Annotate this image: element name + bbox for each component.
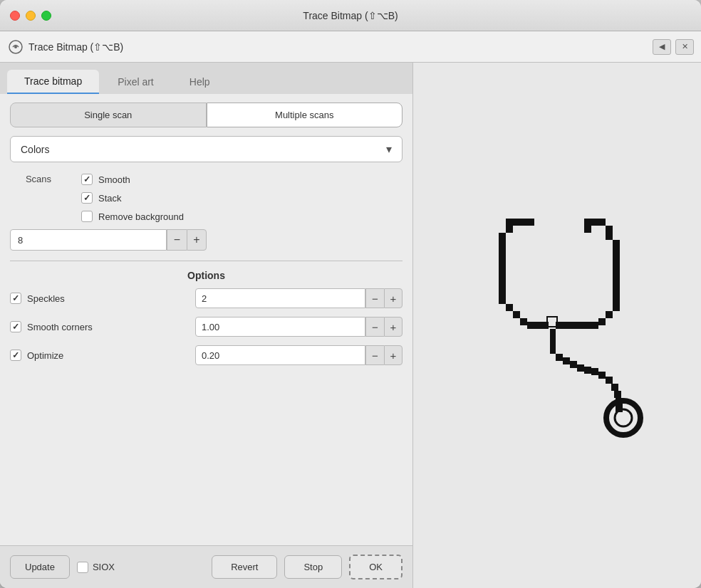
- options-header: Options: [0, 266, 412, 284]
- tab-pixel-art[interactable]: Pixel art: [100, 70, 171, 94]
- remove-bg-label: Remove background: [98, 211, 184, 222]
- svg-point-64: [615, 409, 632, 426]
- multiple-scans-button[interactable]: Multiple scans: [207, 103, 403, 127]
- nav-close-button[interactable]: ✕: [675, 39, 694, 55]
- svg-rect-33: [613, 268, 620, 275]
- svg-rect-17: [499, 275, 506, 283]
- stack-checkbox[interactable]: [81, 192, 93, 204]
- smooth-corners-increment-button[interactable]: +: [384, 317, 403, 337]
- left-panel: Trace bitmap Pixel art Help Single scan …: [0, 63, 413, 588]
- svg-rect-37: [613, 297, 620, 304]
- scans-decrement-button[interactable]: −: [167, 229, 187, 251]
- right-panel: [413, 63, 701, 588]
- svg-point-1: [14, 46, 17, 48]
- traffic-lights: [10, 11, 51, 21]
- minus-icon: −: [174, 233, 180, 246]
- divider: [10, 261, 403, 261]
- tab-trace-bitmap[interactable]: Trace bitmap: [7, 70, 99, 94]
- revert-button[interactable]: Revert: [212, 555, 277, 579]
- optimize-minus-icon: −: [372, 350, 378, 362]
- stack-label: Stack: [98, 193, 122, 204]
- remove-bg-checkbox[interactable]: [81, 211, 93, 222]
- single-scan-button[interactable]: Single scan: [10, 103, 207, 127]
- optimize-decrement-button[interactable]: −: [365, 345, 384, 365]
- bottom-bar: Update SIOX Revert Stop OK: [0, 545, 412, 588]
- smooth-corners-decrement-button[interactable]: −: [365, 317, 384, 337]
- svg-rect-30: [613, 247, 620, 254]
- speckles-label: Speckles: [27, 293, 65, 304]
- optimize-label: Optimize: [27, 350, 63, 361]
- speckles-checkbox[interactable]: [10, 293, 21, 304]
- optimize-stepper: 0.20 − +: [195, 345, 403, 365]
- plus-icon: +: [193, 233, 199, 246]
- svg-rect-23: [520, 318, 527, 325]
- svg-rect-59: [611, 384, 618, 391]
- stack-checkbox-row: Stack: [81, 192, 184, 204]
- svg-rect-18: [499, 283, 506, 290]
- svg-rect-55: [584, 367, 591, 374]
- ok-button[interactable]: OK: [349, 555, 403, 579]
- svg-rect-20: [499, 297, 506, 304]
- svg-rect-39: [606, 311, 613, 318]
- scans-value-display: 8: [10, 229, 167, 251]
- siox-label: SIOX: [93, 562, 115, 572]
- speckles-increment-button[interactable]: +: [384, 288, 403, 308]
- svg-rect-6: [584, 226, 591, 233]
- svg-rect-32: [613, 261, 620, 268]
- svg-rect-5: [527, 219, 534, 226]
- speckles-decrement-button[interactable]: −: [365, 288, 384, 308]
- svg-rect-16: [499, 268, 506, 275]
- minimize-button[interactable]: [26, 11, 36, 21]
- svg-rect-4: [520, 219, 527, 226]
- update-button[interactable]: Update: [10, 555, 70, 579]
- svg-rect-11: [499, 233, 506, 240]
- svg-rect-42: [584, 322, 591, 329]
- svg-rect-24: [527, 322, 534, 329]
- optimize-value-display: 0.20: [195, 345, 365, 365]
- smooth-corners-plus-icon: +: [390, 321, 397, 333]
- svg-rect-15: [499, 261, 506, 268]
- smooth-checkbox[interactable]: [81, 174, 93, 185]
- svg-rect-51: [556, 354, 563, 361]
- svg-rect-36: [613, 290, 620, 297]
- speckles-row: Speckles 2 − +: [0, 284, 412, 313]
- svg-rect-29: [613, 240, 620, 247]
- svg-rect-52: [563, 357, 570, 364]
- svg-rect-60: [614, 391, 621, 398]
- scans-label: Scans: [10, 174, 67, 184]
- svg-rect-25: [534, 322, 541, 329]
- svg-rect-2: [506, 226, 513, 233]
- tab-help[interactable]: Help: [172, 70, 227, 94]
- colors-dropdown[interactable]: Colors ▾: [10, 136, 403, 162]
- scans-increment-button[interactable]: +: [187, 229, 207, 251]
- svg-rect-3: [513, 219, 520, 226]
- scan-type-row: Single scan Multiple scans: [0, 94, 412, 136]
- window-title: Trace Bitmap (⇧⌥B): [303, 10, 398, 21]
- svg-rect-57: [598, 372, 606, 379]
- close-button[interactable]: [10, 11, 20, 21]
- svg-rect-45: [563, 322, 570, 329]
- optimize-row: Optimize 0.20 − +: [0, 341, 412, 369]
- svg-rect-31: [613, 254, 620, 261]
- svg-rect-35: [613, 283, 620, 290]
- maximize-button[interactable]: [41, 11, 51, 21]
- svg-rect-27: [547, 317, 557, 327]
- dropdown-row: Colors ▾: [0, 136, 412, 169]
- stop-button[interactable]: Stop: [284, 555, 342, 579]
- stethoscope-preview: [442, 204, 684, 446]
- preview-area: [427, 190, 698, 461]
- speckles-value-display: 2: [195, 288, 365, 308]
- svg-rect-44: [570, 322, 577, 329]
- svg-rect-56: [591, 368, 598, 375]
- optimize-increment-button[interactable]: +: [384, 345, 403, 365]
- siox-checkbox[interactable]: [77, 562, 88, 573]
- back-icon: ◀: [659, 42, 665, 51]
- svg-rect-14: [499, 254, 506, 261]
- nav-back-button[interactable]: ◀: [653, 39, 671, 55]
- svg-rect-58: [606, 377, 613, 384]
- svg-rect-10: [606, 226, 613, 233]
- speckles-plus-icon: +: [390, 293, 397, 305]
- smooth-corners-checkbox[interactable]: [10, 321, 21, 332]
- optimize-checkbox[interactable]: [10, 350, 21, 361]
- app-icon: [7, 38, 24, 56]
